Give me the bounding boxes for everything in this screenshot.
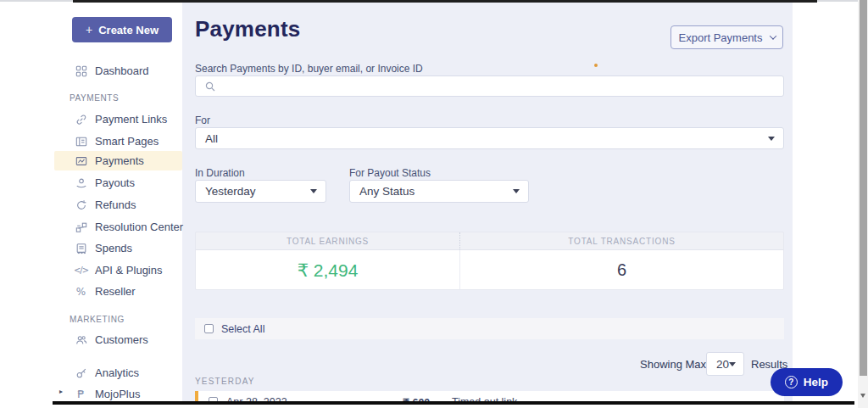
sidebar-section-payments: PAYMENTS <box>70 93 119 103</box>
for-select-value: All <box>205 132 768 145</box>
payout-hand-icon <box>75 176 87 189</box>
plus-icon: + <box>86 23 92 36</box>
sidebar-item-refunds[interactable]: Refunds <box>75 197 136 213</box>
sidebar-item-payouts[interactable]: Payouts <box>75 175 135 191</box>
sidebar-item-label: Payment Links <box>95 113 167 126</box>
max-results-value: 20 <box>716 358 729 371</box>
create-new-button[interactable]: + Create New <box>72 17 172 42</box>
sidebar-item-label: Dashboard <box>95 64 149 77</box>
payout-status-select-value: Any Status <box>359 185 513 198</box>
sidebar-item-smart-pages[interactable]: Smart Pages <box>75 133 159 149</box>
summary-values: ₹ 2,494 6 <box>196 250 783 290</box>
caret-down-icon <box>513 189 520 193</box>
sidebar-item-reseller[interactable]: % Reseller <box>75 283 136 299</box>
duration-select[interactable]: Yesterday <box>195 180 326 203</box>
refund-arrow-icon <box>75 198 87 211</box>
caret-down-icon <box>729 362 736 366</box>
key-icon <box>75 366 87 379</box>
window-top-border <box>73 0 817 3</box>
sidebar-item-label: Analytics <box>95 366 139 379</box>
for-select[interactable]: All <box>195 127 784 149</box>
window-bottom-gap <box>0 405 858 408</box>
export-payments-button[interactable]: Export Payments <box>670 25 783 49</box>
sidebar-item-label: Payouts <box>95 176 135 189</box>
people-icon <box>75 333 87 346</box>
sidebar-item-dashboard[interactable]: Dashboard <box>75 63 149 79</box>
select-all-checkbox[interactable] <box>204 324 214 333</box>
help-label: Help <box>804 376 828 388</box>
notification-dot <box>594 64 598 67</box>
code-icon: </> <box>75 264 87 277</box>
sidebar-item-resolution-center[interactable]: Resolution Center <box>75 219 183 235</box>
sidebar-item-label: MojoPlus <box>95 388 140 400</box>
for-label: For <box>195 115 210 126</box>
search-box[interactable] <box>195 75 784 97</box>
payout-status-select[interactable]: Any Status <box>349 180 529 203</box>
sidebar-item-label: Smart Pages <box>95 135 159 148</box>
total-earnings-header: TOTAL EARNINGS <box>196 232 459 249</box>
window-bottom-border <box>53 401 854 405</box>
sidebar-section-marketing: MARKETING <box>70 315 125 324</box>
scrollbar-thumb[interactable] <box>860 0 867 376</box>
sidebar-item-customers[interactable]: Customers <box>75 332 148 348</box>
caret-down-icon <box>768 137 775 141</box>
mojoplus-icon: ₱ <box>75 388 87 400</box>
scrollbar[interactable] <box>858 0 868 408</box>
payments-chart-icon <box>75 154 87 167</box>
total-earnings-value: ₹ 2,494 <box>196 250 459 290</box>
sidebar-item-analytics[interactable]: Analytics <box>75 365 139 381</box>
total-transactions-value: 6 <box>459 250 783 290</box>
sidebar-item-label: Reseller <box>95 285 136 298</box>
page-icon <box>75 135 87 148</box>
sidebar-item-label: Payments <box>95 154 144 167</box>
create-new-label: Create New <box>98 24 159 36</box>
sidebar: + Create New Dashboard PAYMENTS Payment … <box>0 2 182 408</box>
sidebar-item-payment-links[interactable]: Payment Links <box>75 111 167 127</box>
summary-box: TOTAL EARNINGS TOTAL TRANSACTIONS ₹ 2,49… <box>195 232 784 290</box>
sidebar-item-spends[interactable]: Spends <box>75 240 132 256</box>
search-icon <box>203 80 216 92</box>
showing-max-label: Showing Max <box>640 358 706 371</box>
sidebar-item-label: Spends <box>95 242 132 254</box>
page-title: Payments <box>195 16 300 42</box>
sidebar-item-api-plugins[interactable]: </> API & Plugins <box>75 262 163 278</box>
sidebar-item-payments[interactable]: Payments <box>54 151 182 170</box>
sidebar-item-label: Customers <box>95 333 148 346</box>
total-transactions-header: TOTAL TRANSACTIONS <box>459 232 783 249</box>
resolution-center-icon <box>75 221 87 233</box>
expander-arrow-icon[interactable]: ▸ <box>59 388 63 395</box>
select-all-label: Select All <box>221 323 264 335</box>
max-results-select[interactable]: 20 <box>706 352 744 376</box>
sidebar-item-label: Resolution Center <box>95 221 183 233</box>
percent-icon: % <box>75 285 87 298</box>
search-input[interactable] <box>222 76 783 96</box>
summary-header: TOTAL EARNINGS TOTAL TRANSACTIONS <box>196 232 783 250</box>
sidebar-item-label: API & Plugins <box>95 264 163 277</box>
help-button[interactable]: ? Help <box>771 368 843 396</box>
document-icon <box>75 242 87 254</box>
dashboard-grid-icon <box>75 64 87 77</box>
scrollbar-down-arrow[interactable] <box>860 394 865 398</box>
duration-select-value: Yesterday <box>205 185 310 198</box>
question-mark-icon: ? <box>785 376 798 388</box>
caret-down-icon <box>310 189 317 193</box>
group-header-yesterday: YESTERDAY <box>195 377 255 386</box>
right-gutter <box>793 3 858 408</box>
link-icon <box>75 113 87 126</box>
search-label: Search Payments by ID, buyer email, or I… <box>195 63 423 75</box>
sidebar-item-label: Refunds <box>95 198 136 211</box>
sidebar-item-mojoplus[interactable]: ₱ MojoPlus <box>75 386 140 402</box>
main-panel: Payments Export Payments Search Payments… <box>182 3 793 405</box>
duration-label: In Duration <box>195 167 245 179</box>
export-payments-label: Export Payments <box>679 31 763 44</box>
payout-status-label: For Payout Status <box>349 167 431 179</box>
select-all-row: Select All <box>195 318 784 339</box>
chevron-down-icon <box>769 32 776 39</box>
